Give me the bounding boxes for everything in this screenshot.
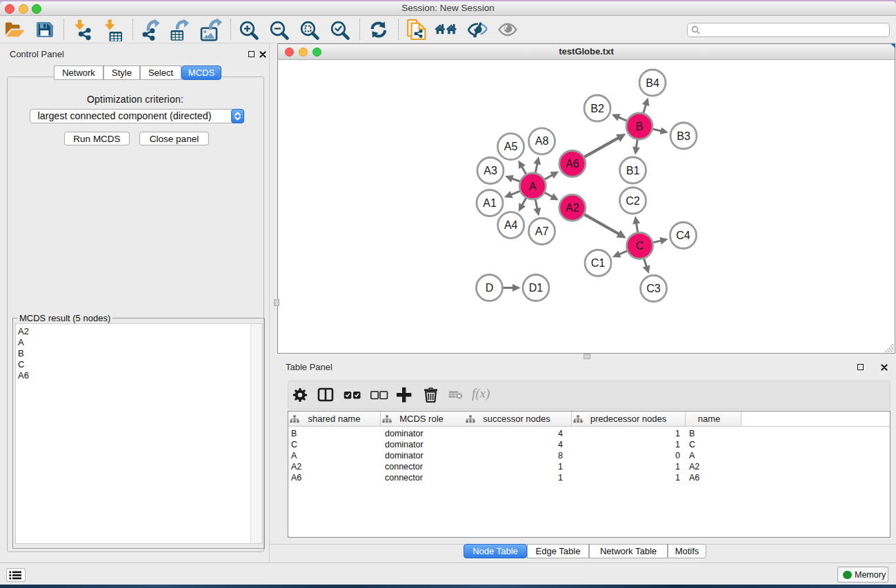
svg-text:A7: A7 xyxy=(535,225,549,237)
svg-text:C1: C1 xyxy=(591,257,606,269)
svg-text:B: B xyxy=(636,121,644,132)
svg-text:D1: D1 xyxy=(529,282,544,294)
svg-text:C3: C3 xyxy=(646,283,661,294)
svg-text:C2: C2 xyxy=(626,195,640,207)
svg-text:A1: A1 xyxy=(483,197,497,209)
svg-text:C4: C4 xyxy=(676,230,690,241)
svg-text:B3: B3 xyxy=(677,130,690,142)
svg-text:B2: B2 xyxy=(590,103,604,114)
svg-text:A: A xyxy=(529,181,537,192)
svg-text:A4: A4 xyxy=(504,219,518,231)
svg-text:D: D xyxy=(486,282,494,294)
svg-text:C: C xyxy=(636,240,644,252)
svg-text:A5: A5 xyxy=(504,141,518,152)
svg-text:B4: B4 xyxy=(646,77,659,89)
svg-text:A6: A6 xyxy=(566,158,579,170)
svg-text:A3: A3 xyxy=(484,165,497,176)
svg-text:B1: B1 xyxy=(626,165,640,176)
svg-text:A8: A8 xyxy=(535,135,549,147)
svg-text:A2: A2 xyxy=(566,202,579,214)
